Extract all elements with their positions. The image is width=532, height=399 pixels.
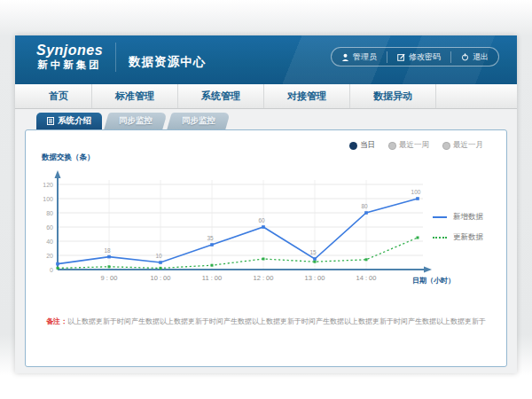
logout-label: 退出 <box>473 51 489 63</box>
radio-unselected-icon <box>443 143 450 149</box>
time-range-selector: 当日 最近一周 最近一月 <box>350 140 483 151</box>
change-password-button[interactable]: 修改密码 <box>387 51 450 63</box>
logo-text-cn: 新中新集团 <box>36 59 103 72</box>
footnote-label: 备注： <box>46 317 67 325</box>
svg-text:120: 120 <box>43 182 53 188</box>
page-title: 数据资源中心 <box>129 45 206 70</box>
company-logo: Synjones 新中新集团 <box>36 43 116 72</box>
svg-text:11 : 00: 11 : 00 <box>202 274 222 282</box>
desktop-background: Synjones 新中新集团 数据资源中心 管理员 修改密码 <box>0 0 532 399</box>
legend-item-updated-data: 更新数据 <box>433 232 483 243</box>
svg-text:日期（小时）: 日期（小时） <box>412 277 455 285</box>
nav-item-system-mgmt[interactable]: 系统管理 <box>178 84 264 108</box>
svg-text:13 : 00: 13 : 00 <box>305 274 325 282</box>
y-axis-title: 数据交换（条） <box>42 153 95 163</box>
range-option-last-month[interactable]: 最近一月 <box>443 140 483 151</box>
tab-bar: 系统介绍 同步监控 同步监控 <box>36 113 507 129</box>
line-chart: 0204060801001209 : 0010 : 0011 : 0012 : … <box>36 166 462 290</box>
svg-text:10 : 00: 10 : 00 <box>151 274 171 282</box>
tab-sync-monitor-1[interactable]: 同步监控 <box>106 113 165 129</box>
legend-label: 更新数据 <box>453 232 483 243</box>
footnote: 备注：以上数据更新于时间产生数据以上数据更新于时间产生数据以上数据更新于时间产生… <box>26 317 506 326</box>
app-header: Synjones 新中新集团 数据资源中心 管理员 修改密码 <box>15 35 517 84</box>
svg-text:100: 100 <box>43 196 53 202</box>
range-label: 当日 <box>360 140 375 151</box>
content-area: 系统介绍 同步监控 同步监控 当日 <box>15 109 517 367</box>
current-user-button[interactable]: 管理员 <box>332 51 387 63</box>
svg-text:80: 80 <box>46 210 53 216</box>
chart-legend: 新增数据 更新数据 <box>433 212 483 243</box>
chart-canvas: 0204060801001209 : 0010 : 0011 : 0012 : … <box>36 166 462 290</box>
nav-item-data-change[interactable]: 数据异动 <box>350 84 436 108</box>
svg-text:15: 15 <box>309 249 317 255</box>
nav-item-interface-mgmt[interactable]: 对接管理 <box>264 84 350 108</box>
tab-label: 同步监控 <box>119 115 153 127</box>
svg-text:80: 80 <box>361 203 368 209</box>
tab-label: 系统介绍 <box>58 115 91 127</box>
logout-button[interactable]: 退出 <box>450 51 498 63</box>
svg-text:60: 60 <box>46 224 53 231</box>
radio-selected-icon <box>350 143 356 149</box>
svg-text:60: 60 <box>258 217 265 223</box>
range-label: 最近一周 <box>399 140 429 151</box>
nav-item-home[interactable]: 首页 <box>26 84 92 108</box>
svg-text:18: 18 <box>104 247 111 254</box>
svg-text:14 : 00: 14 : 00 <box>356 274 377 282</box>
edit-icon <box>397 53 405 61</box>
solid-line-swatch <box>433 216 447 218</box>
app-window: Synjones 新中新集团 数据资源中心 管理员 修改密码 <box>15 35 517 373</box>
power-icon <box>461 53 469 61</box>
radio-unselected-icon <box>389 143 395 149</box>
range-option-last-week[interactable]: 最近一周 <box>389 140 429 151</box>
change-password-label: 修改密码 <box>409 51 441 63</box>
tab-label: 同步监控 <box>182 115 215 127</box>
svg-text:20: 20 <box>46 253 53 259</box>
svg-text:0: 0 <box>50 267 53 273</box>
legend-label: 新增数据 <box>453 212 483 223</box>
current-user-label: 管理员 <box>353 51 377 63</box>
document-icon <box>47 117 54 125</box>
legend-item-new-data: 新增数据 <box>433 212 483 223</box>
svg-text:40: 40 <box>46 239 53 245</box>
svg-text:9 : 00: 9 : 00 <box>101 274 118 282</box>
svg-text:12 : 00: 12 : 00 <box>254 274 274 282</box>
range-label: 最近一月 <box>453 140 483 151</box>
user-icon <box>341 53 349 61</box>
svg-text:100: 100 <box>411 189 421 195</box>
chart-panel: 当日 最近一周 最近一月 数据交换（条） 0204060801001209 : … <box>25 129 507 367</box>
dotted-line-swatch <box>433 237 447 239</box>
logo-text-en: Synjones <box>36 43 103 59</box>
nav-item-standard-mgmt[interactable]: 标准管理 <box>92 84 178 108</box>
main-nav: 首页 标准管理 系统管理 对接管理 数据异动 <box>15 84 517 109</box>
tab-sync-monitor-2[interactable]: 同步监控 <box>169 113 228 129</box>
range-option-today[interactable]: 当日 <box>350 140 375 151</box>
tab-system-intro[interactable]: 系统介绍 <box>36 113 102 129</box>
user-toolbar: 管理员 修改密码 退出 <box>331 47 499 66</box>
svg-text:35: 35 <box>207 235 214 241</box>
svg-text:10: 10 <box>155 253 162 259</box>
footnote-text: 以上数据更新于时间产生数据以上数据更新于时间产生数据以上数据更新于时间产生数据以… <box>67 317 486 325</box>
